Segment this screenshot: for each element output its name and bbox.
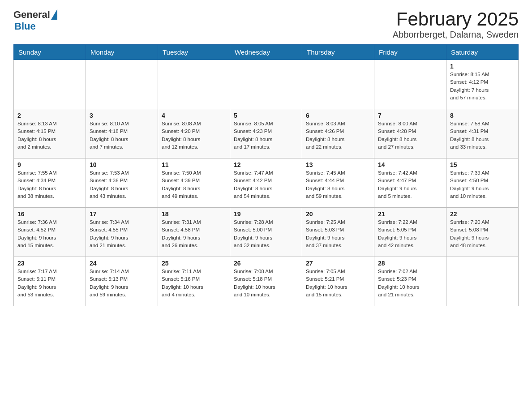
table-row: 7Sunrise: 8:00 AM Sunset: 4:28 PM Daylig… (374, 109, 446, 158)
header-friday: Friday (374, 45, 446, 60)
day-number: 10 (90, 161, 154, 168)
day-number: 27 (306, 260, 370, 267)
day-info: Sunrise: 7:58 AM Sunset: 4:31 PM Dayligh… (450, 120, 515, 151)
day-info: Sunrise: 7:53 AM Sunset: 4:36 PM Dayligh… (90, 169, 154, 200)
table-row: 28Sunrise: 7:02 AM Sunset: 5:23 PM Dayli… (374, 257, 446, 306)
day-number: 24 (90, 260, 154, 267)
logo-blue: Blue (14, 21, 36, 32)
header-monday: Monday (86, 45, 158, 60)
day-info: Sunrise: 7:45 AM Sunset: 4:44 PM Dayligh… (306, 169, 370, 200)
day-info: Sunrise: 7:28 AM Sunset: 5:00 PM Dayligh… (234, 218, 298, 249)
day-info: Sunrise: 8:10 AM Sunset: 4:18 PM Dayligh… (90, 120, 154, 151)
day-info: Sunrise: 7:25 AM Sunset: 5:03 PM Dayligh… (306, 218, 370, 249)
day-number: 25 (162, 260, 226, 267)
table-row (446, 257, 519, 306)
table-row: 26Sunrise: 7:08 AM Sunset: 5:18 PM Dayli… (230, 257, 302, 306)
table-row: 1Sunrise: 8:15 AM Sunset: 4:12 PM Daylig… (446, 60, 519, 109)
header-sunday: Sunday (14, 45, 86, 60)
logo-general: General (13, 9, 50, 21)
day-info: Sunrise: 7:55 AM Sunset: 4:34 PM Dayligh… (17, 169, 82, 200)
day-info: Sunrise: 7:20 AM Sunset: 5:08 PM Dayligh… (450, 218, 515, 249)
day-info: Sunrise: 7:36 AM Sunset: 4:52 PM Dayligh… (17, 218, 82, 249)
header-saturday: Saturday (446, 45, 519, 60)
day-info: Sunrise: 7:02 AM Sunset: 5:23 PM Dayligh… (378, 268, 442, 299)
day-number: 12 (234, 161, 298, 168)
page-title: February 2025 (393, 9, 519, 30)
day-number: 22 (450, 210, 515, 218)
table-row: 22Sunrise: 7:20 AM Sunset: 5:08 PM Dayli… (446, 208, 519, 257)
day-number: 18 (162, 210, 226, 218)
day-info: Sunrise: 7:17 AM Sunset: 5:11 PM Dayligh… (17, 268, 82, 299)
day-number: 13 (306, 161, 370, 168)
table-row (302, 60, 374, 109)
day-number: 21 (378, 210, 442, 218)
day-number: 3 (90, 112, 154, 119)
week-row-1: 2Sunrise: 8:13 AM Sunset: 4:15 PM Daylig… (14, 109, 519, 158)
table-row: 13Sunrise: 7:45 AM Sunset: 4:44 PM Dayli… (302, 158, 374, 208)
table-row: 20Sunrise: 7:25 AM Sunset: 5:03 PM Dayli… (302, 208, 374, 257)
week-row-2: 9Sunrise: 7:55 AM Sunset: 4:34 PM Daylig… (14, 158, 519, 208)
day-number: 14 (378, 161, 442, 168)
day-number: 8 (450, 112, 515, 119)
table-row: 10Sunrise: 7:53 AM Sunset: 4:36 PM Dayli… (86, 158, 158, 208)
table-row: 24Sunrise: 7:14 AM Sunset: 5:13 PM Dayli… (86, 257, 158, 306)
header-tuesday: Tuesday (158, 45, 230, 60)
title-block: February 2025 Abborrberget, Dalarna, Swe… (393, 9, 519, 40)
table-row: 3Sunrise: 8:10 AM Sunset: 4:18 PM Daylig… (86, 109, 158, 158)
day-info: Sunrise: 7:50 AM Sunset: 4:39 PM Dayligh… (162, 169, 226, 200)
day-number: 17 (90, 210, 154, 218)
day-number: 26 (234, 260, 298, 267)
table-row: 14Sunrise: 7:42 AM Sunset: 4:47 PM Dayli… (374, 158, 446, 208)
day-number: 4 (162, 112, 226, 119)
weekday-header-row: Sunday Monday Tuesday Wednesday Thursday… (14, 45, 519, 60)
table-row: 9Sunrise: 7:55 AM Sunset: 4:34 PM Daylig… (14, 158, 86, 208)
table-row (230, 60, 302, 109)
table-row: 25Sunrise: 7:11 AM Sunset: 5:16 PM Dayli… (158, 257, 230, 306)
table-row (86, 60, 158, 109)
day-number: 16 (17, 210, 82, 218)
day-info: Sunrise: 8:05 AM Sunset: 4:23 PM Dayligh… (234, 120, 298, 151)
day-number: 28 (378, 260, 442, 267)
day-info: Sunrise: 7:39 AM Sunset: 4:50 PM Dayligh… (450, 169, 515, 200)
table-row: 8Sunrise: 7:58 AM Sunset: 4:31 PM Daylig… (446, 109, 519, 158)
table-row: 5Sunrise: 8:05 AM Sunset: 4:23 PM Daylig… (230, 109, 302, 158)
day-number: 9 (17, 161, 82, 168)
table-row: 2Sunrise: 8:13 AM Sunset: 4:15 PM Daylig… (14, 109, 86, 158)
table-row: 4Sunrise: 8:08 AM Sunset: 4:20 PM Daylig… (158, 109, 230, 158)
day-number: 7 (378, 112, 442, 119)
week-row-0: 1Sunrise: 8:15 AM Sunset: 4:12 PM Daylig… (14, 60, 519, 109)
day-number: 23 (17, 260, 82, 267)
week-row-4: 23Sunrise: 7:17 AM Sunset: 5:11 PM Dayli… (14, 257, 519, 306)
table-row (158, 60, 230, 109)
table-row: 16Sunrise: 7:36 AM Sunset: 4:52 PM Dayli… (14, 208, 86, 257)
table-row: 15Sunrise: 7:39 AM Sunset: 4:50 PM Dayli… (446, 158, 519, 208)
day-info: Sunrise: 8:13 AM Sunset: 4:15 PM Dayligh… (17, 120, 82, 151)
day-info: Sunrise: 7:05 AM Sunset: 5:21 PM Dayligh… (306, 268, 370, 299)
logo: General Blue (13, 9, 57, 32)
table-row: 27Sunrise: 7:05 AM Sunset: 5:21 PM Dayli… (302, 257, 374, 306)
day-info: Sunrise: 8:08 AM Sunset: 4:20 PM Dayligh… (162, 120, 226, 151)
header-wednesday: Wednesday (230, 45, 302, 60)
table-row: 12Sunrise: 7:47 AM Sunset: 4:42 PM Dayli… (230, 158, 302, 208)
table-row: 6Sunrise: 8:03 AM Sunset: 4:26 PM Daylig… (302, 109, 374, 158)
day-number: 2 (17, 112, 82, 119)
day-info: Sunrise: 8:00 AM Sunset: 4:28 PM Dayligh… (378, 120, 442, 151)
day-number: 6 (306, 112, 370, 119)
table-row: 21Sunrise: 7:22 AM Sunset: 5:05 PM Dayli… (374, 208, 446, 257)
week-row-3: 16Sunrise: 7:36 AM Sunset: 4:52 PM Dayli… (14, 208, 519, 257)
header-thursday: Thursday (302, 45, 374, 60)
day-info: Sunrise: 7:42 AM Sunset: 4:47 PM Dayligh… (378, 169, 442, 200)
day-number: 11 (162, 161, 226, 168)
page-subtitle: Abborrberget, Dalarna, Sweden (393, 30, 519, 40)
calendar-table: Sunday Monday Tuesday Wednesday Thursday… (13, 44, 519, 306)
table-row: 17Sunrise: 7:34 AM Sunset: 4:55 PM Dayli… (86, 208, 158, 257)
day-info: Sunrise: 7:31 AM Sunset: 4:58 PM Dayligh… (162, 218, 226, 249)
table-row (14, 60, 86, 109)
table-row: 19Sunrise: 7:28 AM Sunset: 5:00 PM Dayli… (230, 208, 302, 257)
day-info: Sunrise: 7:22 AM Sunset: 5:05 PM Dayligh… (378, 218, 442, 249)
day-info: Sunrise: 8:03 AM Sunset: 4:26 PM Dayligh… (306, 120, 370, 151)
day-number: 5 (234, 112, 298, 119)
day-number: 15 (450, 161, 515, 168)
day-info: Sunrise: 7:08 AM Sunset: 5:18 PM Dayligh… (234, 268, 298, 299)
page-header: General Blue February 2025 Abborrberget,… (13, 9, 519, 40)
